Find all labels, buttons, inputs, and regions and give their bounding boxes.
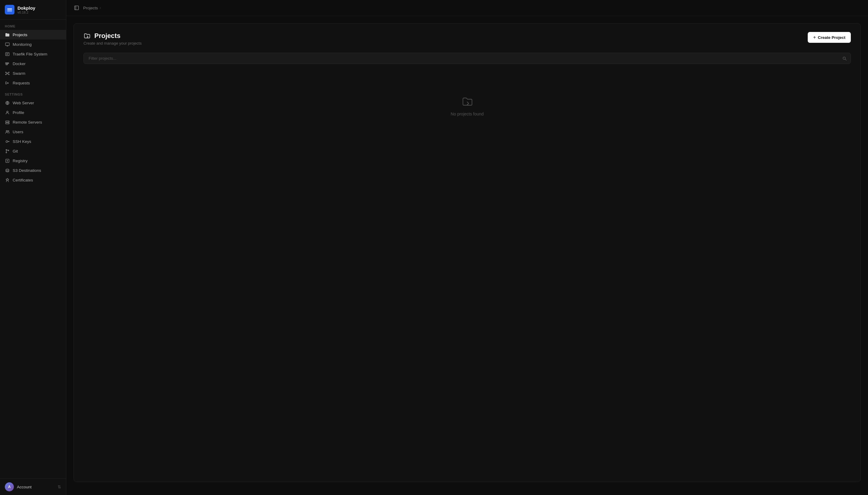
sidebar-item-git[interactable]: Git [0, 146, 66, 156]
sidebar-item-projects[interactable]: Projects [0, 30, 66, 39]
projects-container: Projects Create and manage your projects… [73, 23, 861, 482]
sidebar-item-ssh-keys[interactable]: SSH Keys [0, 137, 66, 146]
sidebar-item-projects-label: Projects [13, 33, 28, 37]
breadcrumb: Projects › [83, 6, 101, 10]
docker-icon [5, 61, 10, 66]
projects-page-icon [84, 32, 91, 39]
sidebar-item-certificates[interactable]: Certificates [0, 175, 66, 185]
webserver-icon [5, 100, 10, 105]
projects-header: Projects Create and manage your projects… [74, 23, 861, 53]
home-section-label: Home [0, 20, 66, 30]
topbar: Projects › [66, 0, 868, 16]
projects-title-row: Projects [84, 32, 142, 40]
svg-point-11 [8, 72, 9, 72]
projects-page-title: Projects [94, 32, 121, 40]
app-logo-icon [5, 5, 15, 15]
content-area: Projects Create and manage your projects… [66, 16, 868, 495]
traefik-icon [5, 52, 10, 56]
svg-rect-2 [7, 11, 12, 12]
sidebar-item-registry-label: Registry [13, 158, 28, 163]
sidebar-item-swarm[interactable]: Swarm [0, 68, 66, 78]
svg-rect-3 [5, 43, 9, 46]
sidebar-item-requests[interactable]: Requests [0, 78, 66, 88]
filter-input-wrapper [84, 53, 851, 64]
svg-rect-7 [8, 63, 9, 64]
swarm-icon [5, 71, 10, 76]
search-icon [843, 56, 847, 61]
avatar-image: A [5, 482, 14, 491]
sidebar-item-git-label: Git [13, 149, 18, 153]
main-content: Projects › Projects [66, 0, 868, 495]
svg-point-26 [6, 169, 9, 170]
sidebar-item-docker-label: Docker [13, 62, 25, 66]
sidebar-item-webserver[interactable]: Web Server [0, 98, 66, 108]
svg-rect-4 [5, 52, 9, 55]
certs-icon [5, 177, 10, 182]
sidebar-item-profile[interactable]: Profile [0, 108, 66, 117]
avatar: A [5, 482, 14, 491]
breadcrumb-separator: › [100, 6, 101, 10]
app-version: v0.18.2 [17, 11, 35, 14]
settings-section-label: Settings [0, 88, 66, 98]
sidebar-item-traefik-label: Traefik File System [13, 52, 47, 56]
plus-icon: + [813, 35, 816, 40]
sidebar-item-traefik[interactable]: Traefik File System [0, 49, 66, 59]
svg-rect-27 [75, 6, 79, 10]
sidebar-logo: Dokploy v0.18.2 [0, 0, 66, 20]
create-project-button[interactable]: + Create Project [808, 32, 851, 43]
sidebar-item-webserver-label: Web Server [13, 101, 34, 105]
svg-point-17 [8, 121, 9, 122]
svg-point-12 [5, 74, 6, 74]
sidebar-toggle-button[interactable] [72, 4, 81, 12]
svg-point-13 [8, 74, 9, 74]
remote-icon [5, 120, 10, 124]
account-footer[interactable]: A Account ⇅ [0, 478, 66, 495]
create-project-btn-label: Create Project [818, 35, 845, 40]
sidebar-item-s3-label: S3 Destinations [13, 168, 41, 173]
sidebar-item-users[interactable]: Users [0, 127, 66, 137]
sidebar-item-monitoring-label: Monitoring [13, 42, 32, 47]
sidebar-item-remote-servers[interactable]: Remote Servers [0, 117, 66, 127]
breadcrumb-projects: Projects [83, 6, 98, 10]
sidebar-item-remote-servers-label: Remote Servers [13, 120, 42, 124]
registry-icon [5, 158, 10, 163]
search-row [74, 53, 861, 71]
svg-point-29 [843, 57, 845, 59]
svg-point-18 [8, 123, 9, 124]
sidebar-item-profile-label: Profile [13, 110, 24, 115]
sidebar-item-docker[interactable]: Docker [0, 59, 66, 68]
account-info: A Account [5, 482, 32, 491]
svg-point-19 [6, 130, 7, 132]
sidebar-item-users-label: Users [13, 130, 23, 134]
svg-point-9 [7, 73, 8, 74]
app-name: Dokploy [17, 5, 35, 11]
svg-point-20 [8, 131, 9, 132]
svg-rect-6 [7, 63, 7, 64]
svg-point-14 [7, 111, 8, 113]
chevron-updown-icon: ⇅ [57, 484, 61, 489]
sidebar-item-swarm-label: Swarm [13, 71, 25, 76]
empty-state: No projects found [74, 71, 861, 153]
sidebar-item-monitoring[interactable]: Monitoring [0, 39, 66, 49]
sidebar-item-ssh-keys-label: SSH Keys [13, 139, 31, 144]
sshkeys-icon [5, 139, 10, 144]
sidebar-item-certificates-label: Certificates [13, 178, 33, 182]
empty-folder-icon [461, 95, 473, 107]
svg-point-23 [6, 152, 7, 153]
svg-rect-5 [5, 63, 6, 64]
empty-state-text: No projects found [451, 112, 484, 116]
profile-icon [5, 110, 10, 115]
logo-text: Dokploy v0.18.2 [17, 5, 35, 14]
users-icon [5, 129, 10, 134]
svg-rect-0 [7, 8, 12, 9]
filter-input[interactable] [84, 53, 851, 64]
monitor-icon [5, 42, 10, 47]
sidebar-item-s3[interactable]: S3 Destinations [0, 166, 66, 175]
svg-rect-1 [7, 10, 12, 11]
svg-point-10 [5, 72, 6, 72]
account-label: Account [17, 485, 32, 489]
sidebar-item-registry[interactable]: Registry [0, 156, 66, 166]
folder-icon [5, 32, 10, 37]
projects-title-group: Projects Create and manage your projects [84, 32, 142, 46]
svg-point-21 [6, 140, 7, 142]
